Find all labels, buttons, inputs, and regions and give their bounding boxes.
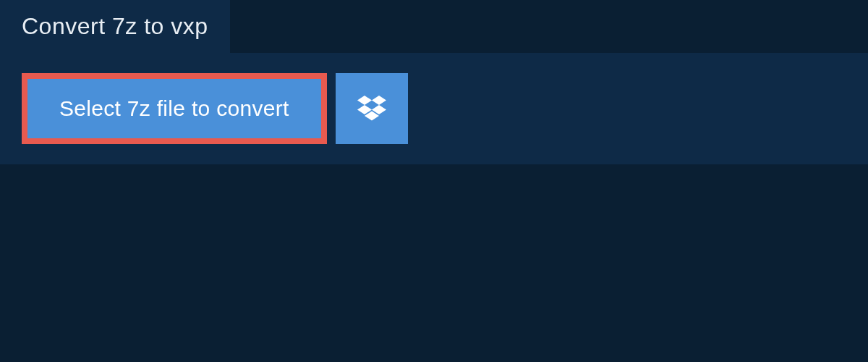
- convert-panel: Select 7z file to convert: [0, 53, 868, 164]
- button-row: Select 7z file to convert: [22, 73, 846, 144]
- select-file-button[interactable]: Select 7z file to convert: [22, 73, 327, 144]
- select-file-label: Select 7z file to convert: [59, 96, 289, 121]
- tab-convert[interactable]: Convert 7z to vxp: [0, 0, 230, 53]
- dropbox-button[interactable]: [336, 73, 408, 144]
- tab-bar: Convert 7z to vxp: [0, 0, 868, 53]
- tab-title: Convert 7z to vxp: [22, 13, 208, 39]
- dropbox-icon: [357, 96, 386, 122]
